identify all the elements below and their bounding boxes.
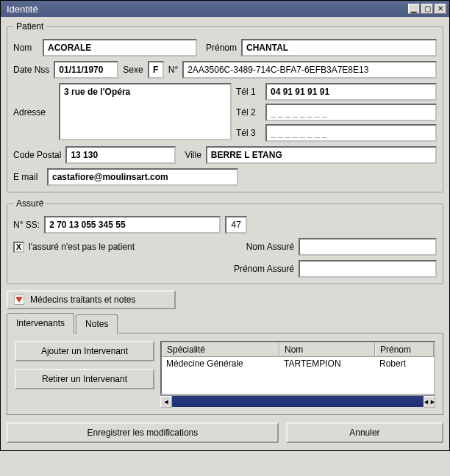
client-area: Patient Nom Prénom Date Nss Sexe N° Adre… — [1, 17, 449, 450]
svg-marker-0 — [15, 297, 23, 303]
identity-window: Identité ▁ ▢ ✕ Patient Nom Prénom Date N… — [0, 0, 450, 451]
tel1-field[interactable] — [265, 83, 437, 101]
cancel-button[interactable]: Annuler — [286, 422, 443, 443]
not-patient-checkbox[interactable]: X — [13, 242, 24, 253]
tel2-label: Tél 2 — [236, 107, 261, 118]
col-nom[interactable]: Nom — [279, 342, 375, 357]
datenss-field[interactable] — [54, 61, 118, 79]
table-body: Médecine GénéraleTARTEMPIONRobert — [162, 357, 434, 370]
remove-intervenant-button[interactable]: Retirer un Intervenant — [15, 369, 154, 389]
assure-legend: Assuré — [13, 198, 46, 209]
intervenants-table[interactable]: Spécialité Nom Prénom Médecine GénéraleT… — [160, 341, 435, 395]
adresse-label: Adresse — [13, 107, 54, 118]
not-patient-label: l'assuré n'est pas le patient — [29, 242, 135, 252]
tab-panel-intervenants: Ajouter un Intervenant Retirer un Interv… — [7, 333, 443, 415]
datenss-label: Date Nss — [13, 65, 49, 75]
cp-label: Code Postal — [13, 150, 61, 160]
nom-label: Nom — [13, 43, 38, 53]
assure-nom-field[interactable] — [299, 238, 437, 256]
table-row[interactable]: Médecine GénéraleTARTEMPIONRobert — [162, 357, 434, 370]
patient-legend: Patient — [13, 21, 46, 32]
tab-notes[interactable]: Notes — [76, 314, 118, 333]
close-button[interactable]: ✕ — [435, 4, 446, 14]
tel3-label: Tél 3 — [236, 128, 261, 138]
prenom-label: Prénom — [206, 43, 237, 53]
window-title: Identité — [4, 4, 407, 15]
patient-group: Patient Nom Prénom Date Nss Sexe N° Adre… — [7, 21, 443, 192]
chevron-down-icon — [14, 295, 24, 305]
tel3-field[interactable] — [265, 124, 437, 142]
assure-prenom-label: Prénom Assuré — [224, 264, 294, 274]
sexe-field[interactable] — [148, 61, 164, 79]
prenom-field[interactable] — [241, 39, 437, 57]
assure-group: Assuré N° SS: X l'assuré n'est pas le pa… — [7, 198, 443, 284]
email-label: E mail — [13, 172, 43, 182]
col-specialite[interactable]: Spécialité — [162, 342, 279, 357]
nss-label: N° SS: — [13, 220, 40, 230]
footer-buttons: Enregistrer les modifications Annuler — [7, 422, 443, 443]
cp-field[interactable] — [65, 146, 176, 164]
doctors-section-toggle[interactable]: Médecins traitants et notes — [7, 290, 176, 309]
col-prenom[interactable]: Prénom — [375, 342, 434, 357]
table-header: Spécialité Nom Prénom — [162, 342, 434, 357]
cell-nom: TARTEMPION — [279, 357, 375, 370]
tab-intervenants[interactable]: Intervenants — [7, 313, 74, 333]
maximize-button[interactable]: ▢ — [421, 4, 433, 14]
sexe-label: Sexe — [123, 65, 143, 75]
num-label: N° — [168, 65, 178, 75]
minimize-button[interactable]: ▁ — [408, 4, 420, 14]
assure-nom-label: Nom Assuré — [224, 242, 294, 252]
scroll-left-icon[interactable]: ◄ — [160, 396, 172, 408]
scroll-track[interactable] — [172, 396, 424, 407]
horizontal-scrollbar[interactable]: ◄ ◄► — [160, 395, 435, 407]
email-field[interactable] — [47, 168, 238, 186]
tabstrip: Intervenants Notes — [7, 312, 443, 333]
tabs: Intervenants Notes Ajouter un Intervenan… — [7, 312, 443, 415]
adresse-field[interactable] — [59, 83, 232, 140]
doctors-section-label: Médecins traitants et notes — [30, 295, 135, 305]
tel1-label: Tél 1 — [236, 87, 261, 97]
titlebar: Identité ▁ ▢ ✕ — [1, 1, 449, 17]
add-intervenant-button[interactable]: Ajouter un Intervenant — [15, 341, 154, 361]
tel2-field[interactable] — [265, 104, 437, 121]
scroll-right-icon[interactable]: ◄► — [424, 396, 435, 408]
assure-prenom-field[interactable] — [299, 260, 437, 278]
ville-field[interactable] — [206, 146, 437, 164]
cell-specialite: Médecine Générale — [162, 357, 279, 370]
nom-field[interactable] — [43, 39, 197, 57]
nss-field[interactable] — [44, 216, 221, 234]
num-field[interactable] — [182, 61, 437, 79]
save-button[interactable]: Enregistrer les modifications — [7, 422, 279, 443]
ville-label: Ville — [185, 150, 201, 160]
cell-prenom: Robert — [375, 357, 434, 370]
nss-key-field[interactable] — [225, 216, 247, 234]
